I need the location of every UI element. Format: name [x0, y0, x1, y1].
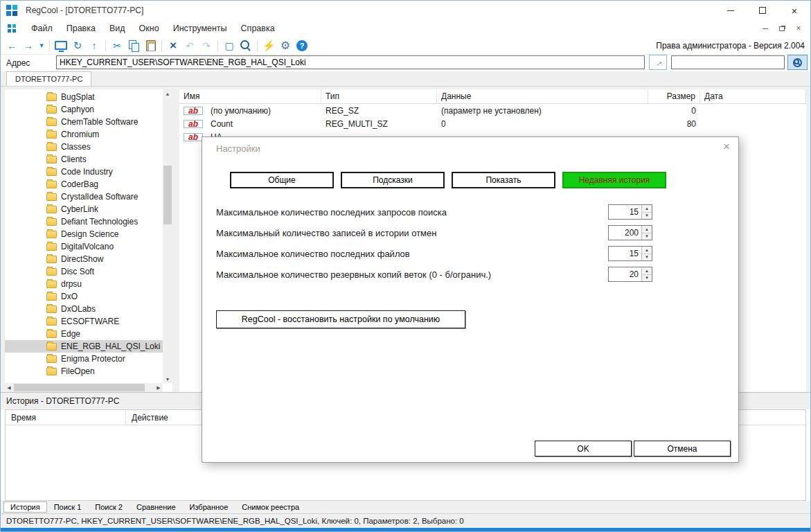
tree-item[interactable]: CyberLink	[5, 203, 163, 215]
tab-recent-history[interactable]: Недавняя история	[562, 172, 666, 188]
column-header[interactable]: Тип	[321, 89, 437, 103]
tab-show[interactable]: Показать	[452, 172, 555, 188]
tab-search-2[interactable]: Поиск 2	[88, 502, 130, 513]
tree-item[interactable]: Edge	[5, 328, 163, 340]
table-row[interactable]: ab(по умолчанию) REG_SZ (параметр не уст…	[179, 104, 806, 117]
edit-box-icon[interactable]: ▢	[221, 37, 238, 54]
spin-down-icon[interactable]: ▼	[642, 213, 652, 220]
number-spinner[interactable]: 200 ▲ ▼	[608, 225, 652, 240]
quick-search-input[interactable]	[671, 55, 785, 69]
close-button[interactable]: ×	[778, 1, 810, 20]
spin-down-icon[interactable]: ▼	[642, 275, 652, 282]
back-icon[interactable]: ←	[3, 37, 20, 54]
tree-item[interactable]: Enigma Protector	[5, 353, 163, 365]
delete-icon[interactable]: ×	[165, 37, 181, 54]
tab-registry-snapshot[interactable]: Снимок реестра	[235, 502, 306, 513]
menu-view[interactable]: Вид	[103, 21, 132, 35]
tree-item[interactable]: DxO	[5, 290, 163, 303]
tree-item[interactable]: Disc Soft	[5, 265, 163, 278]
help-icon[interactable]	[294, 37, 310, 54]
tree-item[interactable]: DxOLabs	[5, 303, 163, 315]
spin-up-icon[interactable]: ▲	[642, 247, 652, 254]
maximize-button[interactable]	[747, 1, 778, 20]
tree-item[interactable]: CoderBag	[5, 178, 163, 190]
scroll-down-arrow-icon[interactable]: ▼	[163, 375, 172, 383]
number-spinner[interactable]: 15 ▲ ▼	[608, 204, 652, 220]
scroll-left-arrow-icon[interactable]: ◀	[5, 383, 13, 392]
connect-monitor-icon[interactable]	[53, 37, 69, 54]
tab-history[interactable]: История	[3, 502, 47, 513]
history-column-header[interactable]: Время	[6, 410, 126, 425]
forward-icon[interactable]: →	[20, 37, 37, 54]
goto-address-button[interactable]: →	[649, 55, 667, 70]
dialog-close-icon[interactable]: ×	[723, 140, 730, 154]
tree-item[interactable]: Code Industry	[5, 166, 163, 178]
menu-help[interactable]: Справка	[234, 21, 282, 35]
menu-file[interactable]: Файл	[24, 21, 60, 35]
horizontal-scroll-thumb[interactable]	[14, 384, 145, 391]
cut-icon[interactable]: ✂	[109, 37, 125, 54]
minimize-button[interactable]	[715, 1, 747, 20]
tab-general[interactable]: Общие	[230, 172, 334, 188]
tab-compare[interactable]: Сравнение	[130, 502, 183, 513]
settings-gear-icon[interactable]: ⚙	[277, 37, 294, 54]
tree-item[interactable]: DirectShow	[5, 253, 163, 265]
tree-item[interactable]: Design Science	[5, 228, 163, 240]
scroll-right-arrow-icon[interactable]: ▶	[154, 383, 163, 392]
menu-edit[interactable]: Правка	[60, 21, 103, 35]
vertical-scroll-thumb[interactable]	[163, 166, 172, 224]
tree-item[interactable]: ChemTable Software	[5, 116, 163, 128]
menu-tools[interactable]: Инструменты	[166, 21, 234, 35]
up-icon[interactable]: ↑	[86, 37, 103, 54]
tree-item[interactable]: DigitalVolcano	[5, 240, 163, 253]
tab-hints[interactable]: Подсказки	[341, 172, 445, 188]
search-icon[interactable]	[238, 37, 254, 54]
tree-vertical-scrollbar[interactable]: ▲ ▼	[163, 89, 172, 383]
spin-down-icon[interactable]: ▼	[642, 233, 652, 240]
number-spinner[interactable]: 15 ▲ ▼	[608, 246, 652, 261]
tree-item[interactable]: ECSOFTWARE	[5, 315, 163, 328]
history-dropdown-icon[interactable]: ▾	[37, 37, 46, 54]
number-spinner[interactable]: 20 ▲ ▼	[608, 267, 652, 282]
host-tab[interactable]: DTORETTO777-PC	[6, 71, 91, 86]
column-header[interactable]: Дата	[700, 89, 806, 103]
table-row[interactable]: abCount REG_MULTI_SZ 0 80	[179, 117, 806, 130]
monitor-refresh-icon[interactable]: ↻	[69, 37, 86, 54]
tree-item[interactable]: Chromium	[5, 128, 163, 141]
tree-item[interactable]: drpsu	[5, 278, 163, 290]
tree-item[interactable]: BugSplat	[5, 91, 163, 103]
column-header[interactable]: Имя	[179, 89, 321, 103]
ok-button[interactable]: OK	[535, 441, 632, 456]
spin-up-icon[interactable]: ▲	[642, 226, 652, 233]
tree-item[interactable]: Classes	[5, 141, 163, 153]
spin-down-icon[interactable]: ▼	[642, 254, 652, 261]
column-header[interactable]: Размер	[648, 89, 700, 103]
mdi-restore-button[interactable]	[776, 24, 788, 33]
tree-item[interactable]: CrystalIdea Software	[5, 190, 163, 203]
mdi-close-button[interactable]: ×	[792, 24, 805, 33]
mdi-minimize-button[interactable]	[759, 24, 772, 33]
tree-item[interactable]: ENE_RGB_HAL_QSI_Loki	[5, 340, 163, 353]
spin-up-icon[interactable]: ▲	[642, 205, 652, 213]
undo-icon[interactable]: ↶	[181, 37, 198, 54]
tab-search-1[interactable]: Поиск 1	[47, 502, 89, 513]
column-header[interactable]: Данные	[437, 89, 648, 103]
menu-window[interactable]: Окно	[132, 21, 166, 35]
spin-up-icon[interactable]: ▲	[642, 267, 652, 275]
tree-item[interactable]: FileOpen	[5, 365, 163, 378]
tree-item[interactable]: Caphyon	[5, 103, 163, 116]
tree-item[interactable]: Defiant Technologies	[5, 215, 163, 228]
settings-dialog: Настройки × Общие Подсказки Показать Нед…	[202, 136, 739, 463]
redo-icon[interactable]: ↷	[198, 37, 215, 54]
cancel-button[interactable]: Отмена	[634, 441, 731, 456]
paste-icon[interactable]	[142, 37, 159, 54]
tab-favorites[interactable]: Избранное	[183, 502, 235, 513]
restore-defaults-button[interactable]: RegCool - восстановить настройки по умол…	[216, 310, 465, 328]
refresh-all-icon[interactable]: ⚡	[260, 37, 277, 54]
quick-search-button[interactable]	[787, 55, 808, 70]
address-input[interactable]	[56, 55, 645, 69]
tree-horizontal-scrollbar[interactable]: ◀ ▶	[5, 383, 163, 392]
tree-item[interactable]: Clients	[5, 153, 163, 166]
copy-icon[interactable]	[125, 37, 142, 54]
scroll-up-arrow-icon[interactable]: ▲	[163, 89, 172, 98]
